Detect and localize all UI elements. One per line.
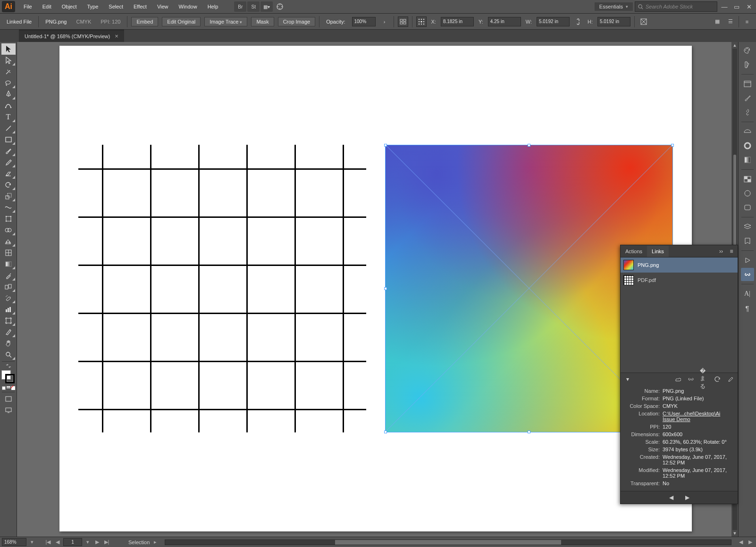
w-input[interactable]: [537, 17, 570, 26]
brushes-panel-icon[interactable]: [741, 91, 754, 105]
embed-button[interactable]: Embed: [131, 17, 158, 26]
scroll-down-icon[interactable]: ▼: [731, 530, 738, 537]
symbol-sprayer-tool[interactable]: [1, 292, 16, 304]
column-graph-tool[interactable]: [1, 304, 16, 315]
libraries-panel-icon[interactable]: [741, 125, 754, 138]
scale-tool[interactable]: [1, 191, 16, 202]
artboard-field[interactable]: [63, 538, 82, 546]
last-artboard-icon[interactable]: ▶|: [103, 539, 110, 545]
character-panel-icon[interactable]: A|: [741, 287, 754, 300]
zoom-field[interactable]: [2, 538, 26, 546]
menu-window[interactable]: Window: [174, 2, 202, 11]
menu-file[interactable]: File: [19, 2, 37, 11]
fill-stroke-indicator[interactable]: [1, 370, 16, 384]
y-input[interactable]: [488, 17, 521, 26]
mesh-tool[interactable]: [1, 247, 16, 258]
h-scroll-right-icon[interactable]: ▶: [747, 539, 754, 545]
shape-builder-tool[interactable]: [1, 224, 16, 236]
appearance-panel-icon[interactable]: [741, 187, 754, 200]
eraser-tool[interactable]: [1, 168, 16, 179]
swatches-panel-icon[interactable]: [741, 58, 754, 71]
menu-effect[interactable]: Effect: [129, 2, 151, 11]
blend-tool[interactable]: [1, 281, 16, 292]
image-trace-button[interactable]: Image Trace: [204, 17, 247, 26]
reference-point-icon[interactable]: [416, 17, 427, 27]
align-icon[interactable]: [398, 17, 408, 27]
menu-help[interactable]: Help: [203, 2, 223, 11]
selection-tool[interactable]: [1, 43, 16, 55]
status-menu-icon[interactable]: ▸: [151, 539, 159, 545]
hand-tool[interactable]: [1, 338, 16, 349]
scroll-up-icon[interactable]: ▲: [731, 42, 738, 49]
edit-original-button[interactable]: Edit Original: [162, 17, 201, 26]
menu-edit[interactable]: Edit: [38, 2, 56, 11]
link-item-pdf[interactable]: PDF.pdf: [621, 273, 738, 288]
curvature-tool[interactable]: [1, 100, 16, 111]
links-tab[interactable]: Links: [647, 246, 669, 257]
direct-selection-tool[interactable]: [1, 55, 16, 66]
panel-menu-icon[interactable]: ≡: [727, 247, 736, 256]
slice-tool[interactable]: [1, 326, 16, 338]
rectangle-tool[interactable]: [1, 134, 16, 145]
collapse-panel-icon[interactable]: ››: [717, 247, 725, 256]
stock-search-field[interactable]: Search Adobe Stock: [635, 1, 717, 12]
maximize-button[interactable]: ▭: [731, 2, 742, 11]
h-input[interactable]: [597, 17, 630, 26]
gradient-tool[interactable]: [1, 258, 16, 270]
opacity-input[interactable]: [352, 17, 376, 26]
zoom-tool[interactable]: [1, 349, 16, 360]
link-item-png[interactable]: PNG.png: [621, 257, 738, 273]
relink-icon[interactable]: [687, 375, 695, 383]
prefs-icon[interactable]: ☰: [725, 17, 736, 27]
paintbrush-tool[interactable]: [1, 145, 16, 157]
h-scroll-thumb[interactable]: [335, 540, 561, 545]
relink-cc-icon[interactable]: [673, 375, 682, 383]
screen-mode-icon[interactable]: [1, 405, 16, 416]
edit-original-icon[interactable]: [726, 375, 735, 383]
gradient-panel-icon[interactable]: [741, 153, 754, 166]
stroke-panel-icon[interactable]: [741, 139, 754, 152]
minimize-button[interactable]: —: [719, 2, 730, 11]
rotate-tool[interactable]: [1, 179, 16, 191]
perspective-grid-tool[interactable]: [1, 236, 16, 247]
bridge-icon[interactable]: Br: [234, 1, 246, 12]
paragraph-panel-icon[interactable]: ¶: [741, 301, 754, 315]
layers-panel-icon[interactable]: [741, 220, 754, 233]
document-tab[interactable]: Untitled-1* @ 168% (CMYK/Preview) ×: [19, 30, 124, 42]
draw-mode-icon[interactable]: [1, 393, 16, 405]
lasso-tool[interactable]: [1, 77, 16, 89]
free-transform-tool[interactable]: [1, 213, 16, 224]
width-tool[interactable]: [1, 202, 16, 213]
actions-panel-icon[interactable]: [741, 254, 754, 267]
crop-image-button[interactable]: Crop Image: [278, 17, 315, 26]
next-link-icon[interactable]: ▶: [683, 493, 691, 502]
color-mode-row[interactable]: [0, 386, 17, 390]
opacity-more-icon[interactable]: ›: [379, 17, 390, 27]
isolate-icon[interactable]: [638, 17, 649, 27]
panel-menu-icon[interactable]: ≡: [742, 17, 752, 27]
artboard-dropdown-icon[interactable]: ▾: [84, 539, 92, 545]
zoom-dropdown-icon[interactable]: ▾: [28, 539, 36, 545]
color-panel-icon[interactable]: [741, 44, 754, 57]
type-tool[interactable]: T: [1, 111, 16, 123]
linked-filename[interactable]: PNG.png: [42, 19, 69, 25]
pencil-tool[interactable]: [1, 157, 16, 168]
close-button[interactable]: ✕: [744, 2, 754, 11]
tab-close-icon[interactable]: ×: [115, 33, 118, 40]
actions-tab[interactable]: Actions: [621, 246, 647, 257]
workspace-switcher[interactable]: Essentials ▾: [595, 2, 633, 11]
first-artboard-icon[interactable]: |◀: [44, 539, 52, 545]
goto-link-icon[interactable]: �まる: [700, 375, 708, 383]
gpu-icon[interactable]: [274, 1, 286, 12]
links-panel-icon[interactable]: [741, 268, 754, 281]
x-input[interactable]: [441, 17, 474, 26]
menu-select[interactable]: Select: [104, 2, 128, 11]
stock-icon[interactable]: St: [247, 1, 260, 12]
setup-icon[interactable]: ▦: [712, 17, 722, 27]
stroke-swatch[interactable]: [5, 374, 15, 383]
horizontal-scrollbar[interactable]: [165, 539, 731, 545]
mask-button[interactable]: Mask: [251, 17, 274, 26]
prev-link-icon[interactable]: ◀: [667, 493, 675, 502]
transparency-panel-icon[interactable]: [741, 173, 754, 186]
menu-type[interactable]: Type: [83, 2, 103, 11]
